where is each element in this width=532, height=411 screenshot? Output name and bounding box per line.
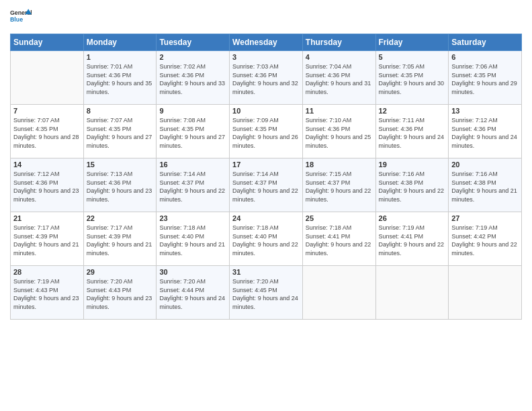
- day-number: 12: [379, 107, 446, 115]
- day-cell: 19Sunrise: 7:16 AMSunset: 4:38 PMDayligh…: [375, 158, 449, 212]
- svg-text:Blue: Blue: [10, 16, 23, 23]
- day-cell: 16Sunrise: 7:14 AMSunset: 4:37 PMDayligh…: [157, 158, 230, 212]
- day-info: Sunrise: 7:01 AMSunset: 4:36 PMDaylight:…: [87, 62, 154, 96]
- week-row-4: 21Sunrise: 7:17 AMSunset: 4:39 PMDayligh…: [11, 212, 522, 266]
- day-number: 31: [232, 268, 300, 276]
- week-row-1: 1Sunrise: 7:01 AMSunset: 4:36 PMDaylight…: [11, 51, 522, 105]
- day-info: Sunrise: 7:05 AMSunset: 4:35 PMDaylight:…: [379, 62, 446, 96]
- weekday-header-sunday: Sunday: [11, 34, 84, 51]
- day-info: Sunrise: 7:14 AMSunset: 4:37 PMDaylight:…: [159, 170, 226, 203]
- day-cell: 20Sunrise: 7:16 AMSunset: 4:38 PMDayligh…: [449, 158, 522, 212]
- day-number: 23: [159, 214, 226, 222]
- day-number: 4: [306, 53, 373, 61]
- day-number: 30: [159, 268, 226, 276]
- day-number: 22: [87, 214, 154, 222]
- weekday-header-tuesday: Tuesday: [157, 34, 230, 51]
- day-info: Sunrise: 7:19 AMSunset: 4:41 PMDaylight:…: [379, 224, 446, 257]
- day-number: 11: [306, 107, 373, 115]
- weekday-header-thursday: Thursday: [302, 34, 375, 51]
- day-cell: 10Sunrise: 7:09 AMSunset: 4:35 PMDayligh…: [230, 105, 303, 158]
- weekday-header-row: SundayMondayTuesdayWednesdayThursdayFrid…: [11, 34, 522, 51]
- day-info: Sunrise: 7:18 AMSunset: 4:40 PMDaylight:…: [159, 224, 226, 257]
- day-cell: 12Sunrise: 7:11 AMSunset: 4:36 PMDayligh…: [375, 105, 449, 158]
- day-number: 5: [379, 53, 446, 61]
- weekday-header-saturday: Saturday: [449, 34, 522, 51]
- day-info: Sunrise: 7:15 AMSunset: 4:37 PMDaylight:…: [306, 170, 373, 203]
- day-cell: 11Sunrise: 7:10 AMSunset: 4:36 PMDayligh…: [302, 105, 375, 158]
- day-number: 2: [159, 53, 226, 61]
- day-number: 13: [451, 107, 519, 115]
- day-number: 26: [379, 214, 446, 222]
- day-cell: 24Sunrise: 7:18 AMSunset: 4:40 PMDayligh…: [230, 212, 303, 266]
- day-info: Sunrise: 7:09 AMSunset: 4:35 PMDaylight:…: [232, 116, 300, 150]
- day-cell: 18Sunrise: 7:15 AMSunset: 4:37 PMDayligh…: [302, 158, 375, 212]
- day-number: 19: [379, 161, 446, 169]
- day-cell: 5Sunrise: 7:05 AMSunset: 4:35 PMDaylight…: [375, 51, 449, 105]
- day-cell: 31Sunrise: 7:20 AMSunset: 4:45 PMDayligh…: [230, 266, 303, 320]
- day-info: Sunrise: 7:04 AMSunset: 4:36 PMDaylight:…: [306, 62, 373, 96]
- day-cell: [302, 266, 375, 320]
- calendar-header: SundayMondayTuesdayWednesdayThursdayFrid…: [11, 34, 522, 51]
- day-info: Sunrise: 7:16 AMSunset: 4:38 PMDaylight:…: [379, 170, 446, 203]
- day-number: 21: [13, 214, 81, 222]
- logo-icon: General Blue: [10, 7, 32, 28]
- day-cell: 9Sunrise: 7:08 AMSunset: 4:35 PMDaylight…: [157, 105, 230, 158]
- day-info: Sunrise: 7:07 AMSunset: 4:35 PMDaylight:…: [87, 116, 154, 150]
- header: General Blue: [10, 7, 522, 28]
- day-info: Sunrise: 7:17 AMSunset: 4:39 PMDaylight:…: [13, 224, 81, 257]
- week-row-2: 7Sunrise: 7:07 AMSunset: 4:35 PMDaylight…: [11, 105, 522, 158]
- day-cell: 1Sunrise: 7:01 AMSunset: 4:36 PMDaylight…: [83, 51, 157, 105]
- day-info: Sunrise: 7:12 AMSunset: 4:36 PMDaylight:…: [13, 170, 81, 203]
- day-number: 6: [451, 53, 519, 61]
- day-cell: 27Sunrise: 7:19 AMSunset: 4:42 PMDayligh…: [449, 212, 522, 266]
- day-cell: 14Sunrise: 7:12 AMSunset: 4:36 PMDayligh…: [11, 158, 84, 212]
- day-cell: 26Sunrise: 7:19 AMSunset: 4:41 PMDayligh…: [375, 212, 449, 266]
- day-number: 9: [159, 107, 226, 115]
- day-cell: 23Sunrise: 7:18 AMSunset: 4:40 PMDayligh…: [157, 212, 230, 266]
- day-cell: 21Sunrise: 7:17 AMSunset: 4:39 PMDayligh…: [11, 212, 84, 266]
- day-number: 29: [87, 268, 154, 276]
- day-info: Sunrise: 7:20 AMSunset: 4:43 PMDaylight:…: [87, 277, 154, 311]
- day-cell: 25Sunrise: 7:18 AMSunset: 4:41 PMDayligh…: [302, 212, 375, 266]
- day-info: Sunrise: 7:20 AMSunset: 4:44 PMDaylight:…: [159, 277, 226, 311]
- day-info: Sunrise: 7:17 AMSunset: 4:39 PMDaylight:…: [87, 224, 154, 257]
- day-cell: [449, 266, 522, 320]
- day-number: 14: [13, 161, 81, 169]
- calendar-container: General Blue SundayMondayTuesdayWednesda…: [0, 0, 532, 411]
- day-cell: 30Sunrise: 7:20 AMSunset: 4:44 PMDayligh…: [157, 266, 230, 320]
- day-number: 18: [306, 161, 373, 169]
- weekday-header-wednesday: Wednesday: [230, 34, 303, 51]
- day-info: Sunrise: 7:16 AMSunset: 4:38 PMDaylight:…: [451, 170, 519, 203]
- day-info: Sunrise: 7:20 AMSunset: 4:45 PMDaylight:…: [232, 277, 300, 311]
- day-info: Sunrise: 7:02 AMSunset: 4:36 PMDaylight:…: [159, 62, 226, 96]
- day-info: Sunrise: 7:12 AMSunset: 4:36 PMDaylight:…: [451, 116, 519, 150]
- day-number: 28: [13, 268, 81, 276]
- day-info: Sunrise: 7:19 AMSunset: 4:43 PMDaylight:…: [13, 277, 81, 311]
- day-number: 8: [87, 107, 154, 115]
- day-number: 7: [13, 107, 81, 115]
- day-cell: 7Sunrise: 7:07 AMSunset: 4:35 PMDaylight…: [11, 105, 84, 158]
- day-cell: 4Sunrise: 7:04 AMSunset: 4:36 PMDaylight…: [302, 51, 375, 105]
- day-number: 27: [451, 214, 519, 222]
- day-number: 15: [87, 161, 154, 169]
- day-info: Sunrise: 7:11 AMSunset: 4:36 PMDaylight:…: [379, 116, 446, 150]
- day-number: 10: [232, 107, 300, 115]
- day-cell: [11, 51, 84, 105]
- day-info: Sunrise: 7:19 AMSunset: 4:42 PMDaylight:…: [451, 224, 519, 257]
- calendar-table: SundayMondayTuesdayWednesdayThursdayFrid…: [10, 34, 522, 320]
- day-cell: 2Sunrise: 7:02 AMSunset: 4:36 PMDaylight…: [157, 51, 230, 105]
- day-info: Sunrise: 7:18 AMSunset: 4:40 PMDaylight:…: [232, 224, 300, 257]
- day-info: Sunrise: 7:06 AMSunset: 4:35 PMDaylight:…: [451, 62, 519, 96]
- day-info: Sunrise: 7:13 AMSunset: 4:36 PMDaylight:…: [87, 170, 154, 203]
- day-cell: [375, 266, 449, 320]
- day-number: 16: [159, 161, 226, 169]
- day-cell: 13Sunrise: 7:12 AMSunset: 4:36 PMDayligh…: [449, 105, 522, 158]
- day-cell: 3Sunrise: 7:03 AMSunset: 4:36 PMDaylight…: [230, 51, 303, 105]
- day-number: 3: [232, 53, 300, 61]
- weekday-header-friday: Friday: [375, 34, 449, 51]
- day-info: Sunrise: 7:07 AMSunset: 4:35 PMDaylight:…: [13, 116, 81, 150]
- week-row-5: 28Sunrise: 7:19 AMSunset: 4:43 PMDayligh…: [11, 266, 522, 320]
- day-info: Sunrise: 7:10 AMSunset: 4:36 PMDaylight:…: [306, 116, 373, 150]
- day-info: Sunrise: 7:03 AMSunset: 4:36 PMDaylight:…: [232, 62, 300, 96]
- day-cell: 15Sunrise: 7:13 AMSunset: 4:36 PMDayligh…: [83, 158, 157, 212]
